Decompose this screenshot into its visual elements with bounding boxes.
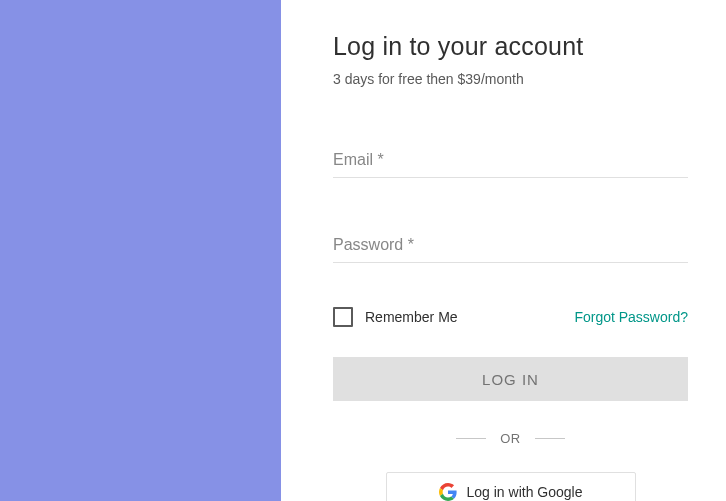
divider-line bbox=[535, 438, 565, 439]
google-icon bbox=[439, 483, 457, 501]
google-login-button[interactable]: Log in with Google bbox=[386, 472, 636, 501]
email-input[interactable] bbox=[333, 147, 688, 178]
forgot-password-link[interactable]: Forgot Password? bbox=[574, 309, 688, 325]
password-input[interactable] bbox=[333, 232, 688, 263]
decorative-left-panel bbox=[0, 0, 281, 501]
or-divider: OR bbox=[333, 431, 688, 446]
page-title: Log in to your account bbox=[333, 32, 688, 61]
remember-checkbox[interactable] bbox=[333, 307, 353, 327]
divider-line bbox=[456, 438, 486, 439]
login-button[interactable]: LOG IN bbox=[333, 357, 688, 401]
pricing-subtitle: 3 days for free then $39/month bbox=[333, 71, 688, 87]
password-field-wrap: Password * bbox=[333, 232, 688, 263]
email-field-wrap: Email * bbox=[333, 147, 688, 178]
remember-label[interactable]: Remember Me bbox=[365, 309, 458, 325]
google-button-label: Log in with Google bbox=[467, 484, 583, 500]
or-text: OR bbox=[500, 431, 521, 446]
login-form-panel: Log in to your account 3 days for free t… bbox=[281, 0, 726, 501]
